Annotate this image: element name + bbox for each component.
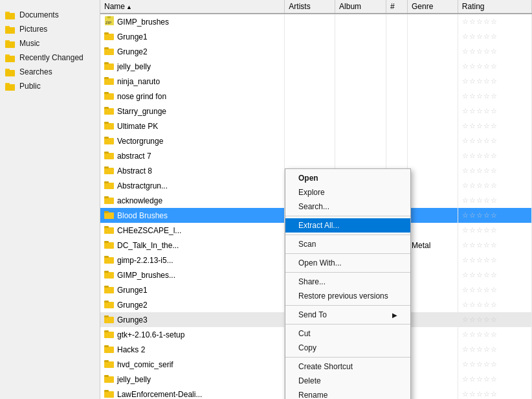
cell-rating: ☆☆☆☆☆: [458, 193, 531, 208]
svg-rect-8: [5, 41, 15, 48]
svg-rect-52: [104, 256, 109, 258]
table-row[interactable]: Vectorgrunge☆☆☆☆☆: [100, 133, 532, 148]
col-header-rating[interactable]: Rating: [458, 0, 531, 14]
file-icon: ZIP: [104, 16, 115, 28]
sidebar-item-searches[interactable]: Searches: [0, 65, 100, 79]
table-row[interactable]: Ultimate PK☆☆☆☆☆: [100, 119, 532, 133]
sidebar-item-label: Recently Changed: [19, 53, 83, 62]
svg-rect-24: [104, 47, 109, 49]
table-row[interactable]: Grunge2☆☆☆☆☆: [100, 44, 532, 59]
file-name-cell: Vectorgrunge: [100, 133, 285, 148]
file-icon: [104, 150, 115, 162]
ctx-item-open[interactable]: Open: [285, 171, 410, 185]
svg-rect-61: [104, 332, 114, 338]
cell-genre: [408, 14, 458, 29]
file-name-cell: Abstract 8: [100, 163, 285, 178]
context-menu: OpenExploreSearch...Extract All...ScanOp…: [285, 168, 411, 399]
cell-genre: [408, 357, 458, 372]
cell-genre: [408, 119, 458, 133]
ctx-item-open-with[interactable]: Open With...: [285, 256, 410, 270]
col-header-genre[interactable]: Genre: [408, 0, 458, 14]
col-header-hash[interactable]: #: [386, 0, 408, 14]
cell-genre: [408, 297, 458, 312]
svg-rect-66: [104, 360, 109, 362]
sidebar-item-documents[interactable]: Documents: [0, 8, 100, 22]
cell-artists: [285, 74, 335, 89]
svg-rect-21: [104, 34, 114, 40]
svg-rect-62: [104, 330, 109, 332]
ctx-item-explore[interactable]: Explore: [285, 185, 410, 200]
table-row[interactable]: Starry_grunge☆☆☆☆☆: [100, 104, 532, 119]
cell-genre: [408, 193, 458, 208]
svg-rect-33: [104, 123, 114, 130]
svg-rect-11: [5, 56, 15, 62]
cell-genre: [408, 223, 458, 238]
svg-rect-59: [104, 317, 114, 323]
ctx-item-scan[interactable]: Scan: [285, 237, 410, 251]
sidebar-item-label: Pictures: [19, 25, 47, 34]
svg-rect-60: [104, 315, 109, 317]
sidebar-item-music[interactable]: Music: [0, 36, 100, 51]
cell-rating: ☆☆☆☆☆: [458, 208, 531, 223]
file-name-cell: abstract 7: [100, 148, 285, 163]
cell-album: [335, 119, 386, 133]
cell-hash: [386, 74, 408, 89]
file-name-text: Hacks 2: [117, 345, 145, 354]
col-header-artists[interactable]: Artists: [285, 0, 335, 14]
file-name-cell: Hacks 2: [100, 342, 285, 357]
folder-icon: [5, 67, 16, 77]
cell-rating: ☆☆☆☆☆: [458, 253, 531, 268]
ctx-item-copy[interactable]: Copy: [285, 341, 410, 355]
svg-rect-55: [104, 287, 114, 293]
table-row[interactable]: Grunge1☆☆☆☆☆: [100, 29, 532, 44]
ctx-item-label: Explore: [298, 188, 325, 197]
file-name-text: Grunge2: [117, 47, 148, 56]
folder-icon: [5, 52, 16, 63]
ctx-item-delete[interactable]: Delete: [285, 374, 410, 388]
cell-rating: ☆☆☆☆☆: [458, 89, 531, 104]
svg-rect-38: [104, 152, 109, 154]
file-name-text: Ultimate PK: [117, 122, 158, 131]
file-name-text: Grunge1: [117, 32, 148, 41]
ctx-item-extract-all[interactable]: Extract All...: [285, 218, 410, 233]
cell-album: [335, 59, 386, 74]
context-menu-separator: [285, 305, 410, 306]
file-name-cell: Grunge2: [100, 44, 285, 59]
sidebar-item-public[interactable]: Public: [0, 79, 100, 93]
file-icon: [104, 60, 115, 73]
col-header-name[interactable]: Name▲: [100, 0, 285, 14]
sidebar-item-recently-changed[interactable]: Recently Changed: [0, 51, 100, 65]
table-row[interactable]: nose grind fon☆☆☆☆☆: [100, 89, 532, 104]
table-row[interactable]: ZIP GIMP_brushes☆☆☆☆☆: [100, 14, 532, 29]
ctx-item-rename[interactable]: Rename: [285, 388, 410, 399]
ctx-item-send-to[interactable]: Send To▶: [285, 308, 410, 322]
table-row[interactable]: abstract 7☆☆☆☆☆: [100, 148, 532, 163]
cell-genre: Metal: [408, 238, 458, 253]
col-header-album[interactable]: Album: [335, 0, 386, 14]
svg-rect-31: [104, 108, 114, 115]
ctx-item-restore-versions[interactable]: Restore previous versions: [285, 289, 410, 303]
ctx-item-cut[interactable]: Cut: [285, 326, 410, 341]
cell-hash: [386, 119, 408, 133]
ctx-item-label: Open With...: [298, 258, 342, 268]
file-name-text: Abstract 8: [117, 166, 152, 176]
context-menu-separator: [285, 216, 410, 216]
table-row[interactable]: ninja_naruto☆☆☆☆☆: [100, 74, 532, 89]
cell-rating: ☆☆☆☆☆: [458, 327, 531, 342]
ctx-item-label: Send To: [298, 310, 327, 319]
file-name-cell: hvd_comic_serif: [100, 357, 285, 372]
sidebar-item-pictures[interactable]: Pictures: [0, 22, 100, 36]
ctx-item-create-shortcut[interactable]: Create Shortcut: [285, 359, 410, 374]
context-menu-separator: [285, 324, 410, 325]
ctx-item-search[interactable]: Search...: [285, 200, 410, 214]
cell-album: [335, 44, 386, 59]
cell-genre: [408, 268, 458, 282]
svg-rect-51: [104, 257, 114, 264]
ctx-item-label: Cut: [298, 329, 311, 338]
svg-rect-68: [104, 375, 109, 377]
ctx-item-share[interactable]: Share...: [285, 275, 410, 289]
file-name-text: DC_Talk_In_the...: [117, 241, 179, 250]
sidebar: Documents Pictures Music Recently Change…: [0, 0, 100, 399]
cell-genre: [408, 387, 458, 399]
table-row[interactable]: jelly_belly☆☆☆☆☆: [100, 59, 532, 74]
